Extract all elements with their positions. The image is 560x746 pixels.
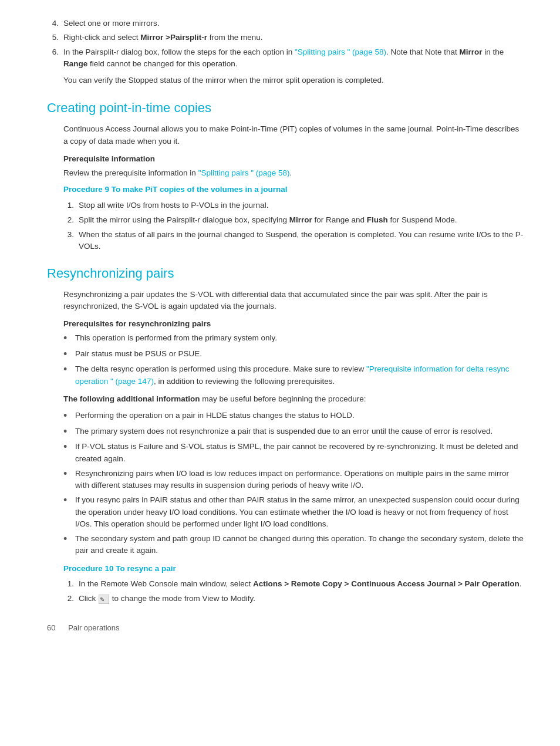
list-item-4: 4. Select one or more mirrors. [47, 18, 525, 29]
edit-icon: ✎ [99, 595, 109, 604]
text-before-6: In the Pairsplit-r dialog box, follow th… [63, 48, 295, 56]
verify-text: You can verify the Stopped status of the… [63, 75, 525, 86]
bullet-b3: • If P-VOL status is Failure and S-VOL s… [63, 441, 525, 465]
section2-prereq-heading: Prerequisites for resynchronizing pairs [63, 318, 525, 330]
step-1-3: 3. When the status of all pairs in the j… [63, 229, 525, 253]
section2-intro: Resynchronizing a pair updates the S-VOL… [63, 289, 525, 313]
section2-procedure-heading: Procedure 10 To resync a pair [63, 563, 525, 575]
section1-prereq-link[interactable]: "Splitting pairs " (page 58) [198, 168, 290, 177]
intro-numbered-list: 4. Select one or more mirrors. 5. Right-… [47, 18, 525, 70]
list-item-6: 6. In the Pairsplit-r dialog box, follow… [47, 46, 525, 70]
list-item-5: 5. Right-click and select Mirror >Pairsp… [47, 32, 525, 43]
bullet-b5: • If you resync pairs in PAIR status and… [63, 494, 525, 530]
page-footer: 60 Pair operations [47, 622, 525, 634]
bullet-b4: • Resynchronizing pairs when I/O load is… [63, 468, 525, 492]
bold-range: Range [63, 59, 87, 68]
link-6[interactable]: "Splitting pairs " (page 58) [295, 48, 386, 56]
step-2-1: 1. In the Remote Web Console main window… [63, 578, 525, 590]
section1-heading: Creating point-in-time copies [47, 98, 525, 117]
page-content: 4. Select one or more mirrors. 5. Right-… [47, 18, 525, 634]
section2-bullets1: • This operation is performed from the p… [63, 332, 525, 387]
bold-5: Mirror >Pairsplit-r [140, 33, 207, 42]
section1-intro: Continuous Access Journal allows you to … [63, 123, 525, 147]
step-1-2: 2. Split the mirror using the Pairsplit-… [63, 214, 525, 226]
svg-text:✎: ✎ [100, 596, 104, 603]
actions-bold: Actions > Remote Copy > Continuous Acces… [253, 579, 519, 588]
bullet-b1: • Performing the operation on a pair in … [63, 410, 525, 423]
section2-heading: Resynchronizing pairs [47, 264, 525, 283]
bold-mirror: Mirror [460, 48, 483, 56]
text-before-5: Right-click and select [63, 33, 140, 42]
step-2-2: 2. Click ✎ to change the mode from View … [63, 593, 525, 605]
section1-steps: 1. Stop all write I/Os from hosts to P-V… [63, 200, 525, 253]
section2-bullets2: • Performing the operation on a pair in … [63, 410, 525, 556]
step-1-1: 1. Stop all write I/Os from hosts to P-V… [63, 200, 525, 211]
text-after-5: from the menu. [207, 33, 263, 42]
bullet-b2: • The primary system does not resynchron… [63, 426, 525, 438]
additional-info: The following additional information may… [63, 393, 525, 405]
section1-prereq-heading: Prerequisite information [63, 153, 525, 165]
bullet-item-1: • This operation is performed from the p… [63, 332, 525, 345]
page-number: 60 [47, 623, 55, 632]
bullet-b6: • The secondary system and path group ID… [63, 533, 525, 557]
section2-steps: 1. In the Remote Web Console main window… [63, 578, 525, 605]
bullet-item-3: • The delta resync operation is performe… [63, 363, 525, 387]
bullet-item-2: • Pair status must be PSUS or PSUE. [63, 348, 525, 361]
section1-prereq-text: Review the prerequisite information in "… [63, 167, 525, 179]
section1-procedure-heading: Procedure 9 To make PiT copies of the vo… [63, 184, 525, 195]
footer-label: Pair operations [68, 623, 119, 632]
